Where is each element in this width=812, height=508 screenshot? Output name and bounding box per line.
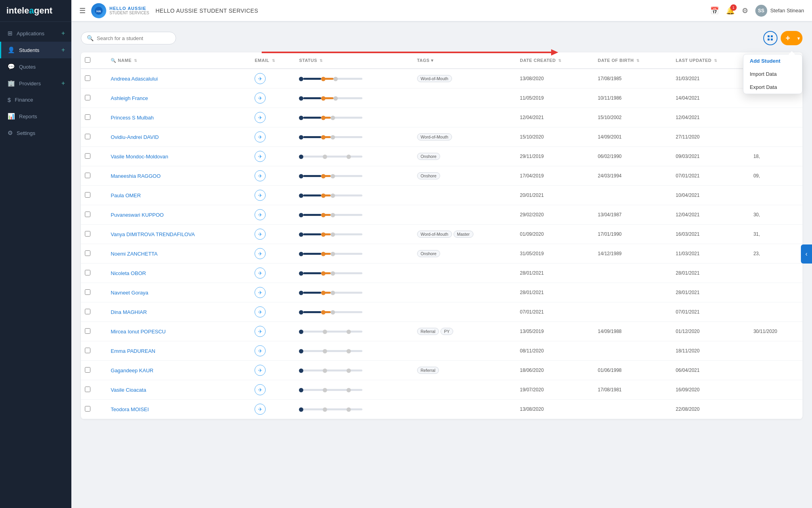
- student-name-link[interactable]: Vanya DIMITROVA TRENDAFILOVA: [111, 231, 195, 237]
- student-name-link[interactable]: Princess S Mulbah: [111, 115, 153, 121]
- collapse-panel-button[interactable]: ‹: [801, 244, 812, 264]
- import-data-menu-item[interactable]: Import Data: [743, 67, 802, 81]
- row-checkbox[interactable]: [85, 134, 90, 139]
- sidebar-item-quotes[interactable]: 💬 Quotes: [0, 58, 71, 75]
- student-name-link[interactable]: Gagandeep KAUR: [111, 368, 153, 373]
- send-email-button[interactable]: ✈: [255, 73, 266, 84]
- followup-cell: 18,: [749, 147, 802, 166]
- grid-view-button[interactable]: [763, 31, 778, 45]
- row-checkbox[interactable]: [85, 328, 90, 334]
- select-all-checkbox[interactable]: [85, 57, 90, 63]
- date-of-birth-cell: 14/09/1988: [594, 322, 672, 341]
- send-email-button[interactable]: ✈: [255, 248, 266, 259]
- col-name[interactable]: 🔍 NAME ⇅: [107, 52, 251, 69]
- send-email-button[interactable]: ✈: [255, 229, 266, 240]
- settings-top-icon[interactable]: ⚙: [742, 6, 748, 15]
- send-email-button[interactable]: ✈: [255, 306, 266, 318]
- col-icon: [94, 52, 107, 69]
- row-checkbox[interactable]: [85, 95, 90, 100]
- search-input[interactable]: [97, 35, 170, 41]
- send-email-button[interactable]: ✈: [255, 209, 266, 220]
- row-checkbox[interactable]: [85, 289, 90, 295]
- student-name-link[interactable]: Andreea Adascalului: [111, 76, 158, 82]
- row-checkbox[interactable]: [85, 348, 90, 353]
- sidebar-item-students[interactable]: 👤 Students +: [0, 42, 71, 58]
- student-name-link[interactable]: Noemi ZANCHETTA: [111, 251, 157, 257]
- col-tags[interactable]: TAGS ▾: [413, 52, 491, 69]
- row-checkbox[interactable]: [85, 406, 90, 412]
- student-name-link[interactable]: Teodora MOISEI: [111, 406, 149, 412]
- student-name-link[interactable]: Paula OMER: [111, 192, 141, 198]
- sidebar-item-settings[interactable]: ⚙ Settings: [0, 125, 71, 141]
- student-name-link[interactable]: Nicoleta OBOR: [111, 270, 146, 276]
- row-checkbox[interactable]: [85, 75, 90, 81]
- sidebar-item-providers[interactable]: 🏢 Providers +: [0, 75, 71, 92]
- row-checkbox[interactable]: [85, 367, 90, 373]
- send-email-button[interactable]: ✈: [255, 112, 266, 123]
- col-dob[interactable]: DATE OF BIRTH ⇅: [594, 52, 672, 69]
- status-bar: [299, 173, 366, 179]
- send-email-button[interactable]: ✈: [255, 345, 266, 356]
- send-email-button[interactable]: ✈: [255, 404, 266, 415]
- user-area[interactable]: SS Stefan Stinean: [755, 5, 804, 17]
- add-application-icon[interactable]: +: [61, 30, 65, 37]
- student-name-link[interactable]: Maneeshia RAGGOO: [111, 173, 161, 179]
- student-name-link[interactable]: Mircea Ionut POPESCU: [111, 329, 166, 335]
- row-checkbox[interactable]: [85, 114, 90, 120]
- student-name-link[interactable]: Vasile Cioacata: [111, 387, 146, 393]
- send-email-button[interactable]: ✈: [255, 287, 266, 298]
- status-bar: [299, 368, 366, 373]
- sidebar-item-reports[interactable]: 📊 Reports: [0, 108, 71, 125]
- student-name-link[interactable]: Vasile Mondoc-Moldovan: [111, 154, 168, 160]
- send-email-button[interactable]: ✈: [255, 267, 266, 279]
- student-name-link[interactable]: Ashleigh France: [111, 95, 148, 101]
- sidebar-item-finance[interactable]: $ Finance: [0, 92, 71, 108]
- row-checkbox[interactable]: [85, 173, 90, 178]
- date-of-birth-cell: [594, 283, 672, 302]
- row-checkbox[interactable]: [85, 231, 90, 237]
- notifications-icon[interactable]: 🔔 1: [726, 6, 735, 15]
- last-updated-cell: 14/04/2021: [672, 89, 749, 108]
- row-checkbox[interactable]: [85, 212, 90, 217]
- add-provider-icon[interactable]: +: [61, 80, 65, 87]
- table-row: Noemi ZANCHETTA✈ Onshore31/05/201914/12/…: [81, 244, 802, 264]
- add-dropdown-button[interactable]: ▾: [795, 31, 802, 45]
- row-checkbox[interactable]: [85, 387, 90, 392]
- add-student-menu-item[interactable]: Add Student: [743, 54, 802, 67]
- sidebar-item-applications[interactable]: ⊞ Applications +: [0, 25, 71, 42]
- student-name-link[interactable]: Emma PADUREAN: [111, 348, 155, 354]
- student-name-link[interactable]: Navneet Goraya: [111, 290, 148, 296]
- row-checkbox[interactable]: [85, 270, 90, 275]
- add-student-icon[interactable]: +: [61, 46, 65, 54]
- send-email-button[interactable]: ✈: [255, 190, 266, 201]
- send-email-button[interactable]: ✈: [255, 326, 266, 337]
- col-last-updated[interactable]: LAST UPDATED ⇅: [672, 52, 749, 69]
- calendar-icon[interactable]: 📅: [710, 6, 719, 15]
- col-email[interactable]: EMAIL ⇅: [251, 52, 295, 69]
- followup-cell: [749, 283, 802, 302]
- send-email-button[interactable]: ✈: [255, 151, 266, 162]
- student-name-link[interactable]: Dina MAGHIAR: [111, 309, 147, 315]
- row-checkbox[interactable]: [85, 250, 90, 256]
- date-created-cell: 15/10/2020: [516, 127, 594, 147]
- hamburger-menu-button[interactable]: ☰: [79, 6, 86, 15]
- col-status[interactable]: STATUS ⇅: [295, 52, 389, 69]
- send-email-button[interactable]: ✈: [255, 92, 266, 104]
- col-date-created[interactable]: DATE CREATED ⇅: [516, 52, 594, 69]
- sidebar-item-label: Finance: [15, 97, 65, 103]
- date-created-cell: 08/11/2020: [516, 341, 594, 361]
- send-email-button[interactable]: ✈: [255, 384, 266, 395]
- send-email-button[interactable]: ✈: [255, 365, 266, 376]
- add-button[interactable]: +: [781, 31, 795, 45]
- send-email-button[interactable]: ✈: [255, 131, 266, 142]
- followup-cell: 23,: [749, 244, 802, 264]
- row-checkbox[interactable]: [85, 192, 90, 198]
- export-data-menu-item[interactable]: Export Data: [743, 81, 802, 94]
- status-bar: [299, 290, 366, 296]
- send-email-button[interactable]: ✈: [255, 170, 266, 181]
- student-name-link[interactable]: Puvaneswari KUPPOO: [111, 212, 164, 218]
- search-box: 🔍: [81, 32, 176, 44]
- student-name-link[interactable]: Ovidiu-Andrei DAVID: [111, 134, 159, 140]
- row-checkbox[interactable]: [85, 309, 90, 314]
- row-checkbox[interactable]: [85, 153, 90, 159]
